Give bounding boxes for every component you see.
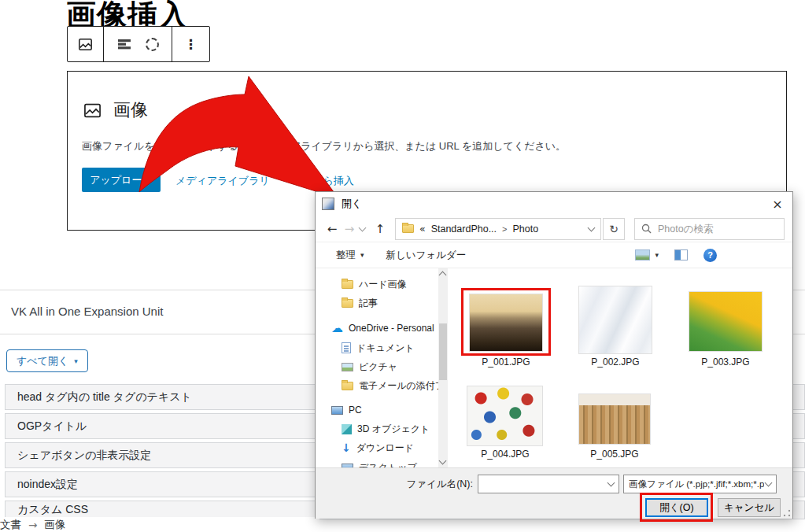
file-name[interactable]: P_003.JPG [682,357,769,368]
up-button[interactable]: ↑ [371,222,389,236]
image-block-icon [76,35,94,54]
screen: 画像挿入 ⋮ 画像 画像ファイルをアップロードするか、メディアライブラリから選択… [0,0,805,532]
scroll-up-icon[interactable] [439,272,447,279]
address-parent-crumb[interactable]: StandardPho... [431,224,497,235]
address-current-crumb[interactable]: Photo [513,224,539,235]
change-view-button[interactable]: ▾ [635,249,659,260]
open-button[interactable]: 開く(O) [645,498,708,517]
file-thumbnail-p001[interactable] [470,294,542,351]
align-button-icon[interactable] [116,36,132,52]
sidebar-scrollbar[interactable] [438,268,448,467]
filename-input[interactable] [483,478,601,490]
caret-down-icon: ▾ [655,251,659,259]
search-box[interactable] [634,218,785,240]
sidebar-item-folder[interactable]: ハード画像 [342,276,407,292]
folder-icon [342,299,353,308]
cube-icon [342,424,352,434]
cloud-icon: ☁ [331,323,343,334]
sidebar-item-desktop[interactable]: デスクトップ [342,460,417,467]
dialog-titlebar[interactable]: 開く × [316,192,792,216]
block-toolbar: ⋮ [67,26,210,62]
cancel-button[interactable]: キャンセル [718,498,781,517]
file-thumbnail-p003[interactable] [689,292,762,351]
app-icon [322,198,334,210]
file-name[interactable]: P_004.JPG [462,449,548,460]
navigation-row: ← → ↑ « StandardPho... > Photo ↻ [316,216,792,242]
file-name[interactable]: P_002.JPG [572,357,659,368]
block-placeholder-header: 画像 [82,98,148,122]
filetype-value: 画像ファイル (*.pjp;*.jfif;*.xbm;*.p [629,478,764,490]
search-input[interactable] [658,224,760,235]
thumbnail-view-icon [635,249,650,260]
upload-button[interactable]: アップロード [82,168,161,192]
organize-menu-button[interactable]: 整理 ▾ [336,249,364,262]
help-icon: ? [703,249,717,262]
scroll-down-icon[interactable] [439,457,447,465]
refresh-button[interactable]: ↻ [603,218,625,240]
sidebar-item-pc[interactable]: PC [331,402,362,418]
resize-grip[interactable] [783,509,791,517]
file-open-dialog: 開く × ← → ↑ « StandardPho... > Photo ↻ [315,191,793,519]
file-list: P_001.JPG P_002.JPG P_003.JPG P_004.JPG … [448,268,792,467]
vk-panel-title: VK All in One Expansion Unit [11,305,163,318]
filetype-dropdown[interactable]: 画像ファイル (*.pjp;*.jfif;*.xbm;*.p [623,475,777,493]
forward-button[interactable]: → [341,222,358,236]
image-icon [82,100,103,121]
address-dropdown-chevron-icon[interactable] [588,224,596,231]
close-button[interactable]: × [763,192,792,216]
filename-label: ファイル名(N): [385,478,473,491]
back-button[interactable]: ← [323,222,341,236]
file-name[interactable]: P_005.JPG [571,449,658,460]
breadcrumb-current[interactable]: 画像 [44,518,65,532]
sidebar-item-folder[interactable]: 記事 [342,295,378,311]
search-icon [641,224,652,234]
sidebar-item-3d-objects[interactable]: 3D オブジェクト [342,421,430,437]
insert-from-url-button[interactable]: URL から挿入 [290,174,354,188]
file-name[interactable]: P_001.JPG [463,357,549,368]
options-menu-button[interactable]: ⋮ [172,27,209,61]
dialog-toolbar: 整理 ▾ 新しいフォルダー ▾ ? [316,242,792,268]
file-thumbnail-p005[interactable] [579,394,650,444]
file-thumbnail-p004[interactable] [467,386,542,445]
preview-pane-button[interactable] [674,249,688,260]
breadcrumb: 文書 → 画像 [0,517,319,532]
download-icon: ↓ [342,442,351,453]
sidebar-item-documents[interactable]: ドキュメント [342,340,415,356]
folder-icon [402,224,414,233]
scrollbar-thumb[interactable] [439,323,447,380]
breadcrumb-root[interactable]: 文書 [0,518,21,532]
navigation-pane: ハード画像 記事 ☁OneDrive - Personal ドキュメント ピクチ… [316,268,438,467]
sidebar-item-pictures[interactable]: ピクチャ [342,359,397,375]
close-icon: × [772,197,782,212]
refresh-icon: ↻ [609,223,619,235]
caret-down-icon: ▾ [74,357,78,365]
address-crumb-separator: > [502,224,507,234]
dialog-title: 開く [342,197,362,211]
help-button[interactable]: ? [703,249,717,262]
folder-icon [342,382,353,390]
caret-down-icon: ▾ [360,251,364,259]
sidebar-item-email-attachments[interactable]: 電子メールの添付ファ... [342,378,438,393]
address-overflow-chevrons[interactable]: « [419,223,426,235]
combo-chevron-icon[interactable] [607,479,615,487]
combo-chevron-icon[interactable] [765,479,773,487]
folder-icon [342,280,353,289]
preview-pane-icon [674,249,688,260]
sidebar-item-onedrive[interactable]: ☁OneDrive - Personal [331,320,434,336]
address-bar[interactable]: « StandardPho... > Photo [395,218,601,240]
computer-icon [331,406,343,415]
block-type-button[interactable] [68,27,104,61]
recent-locations-chevron-icon[interactable] [359,224,367,231]
sidebar-item-downloads[interactable]: ↓ダウンロード [342,440,414,456]
media-library-button[interactable]: メディアライブラリ [175,174,270,188]
document-icon [342,342,351,353]
expand-all-button[interactable]: すべて開く ▾ [6,349,88,372]
kebab-icon: ⋮ [184,36,198,52]
breadcrumb-separator: → [28,519,37,531]
filename-combobox[interactable] [478,475,619,493]
duotone-filter-icon[interactable] [146,38,159,51]
file-thumbnail-p002[interactable] [579,286,652,353]
new-folder-button[interactable]: 新しいフォルダー [386,249,467,262]
dialog-footer: ファイル名(N): 画像ファイル (*.pjp;*.jfif;*.xbm;*.p… [316,467,792,519]
block-placeholder-description: 画像ファイルをアップロードするか、メディアライブラリから選択、または URL を… [82,139,566,153]
